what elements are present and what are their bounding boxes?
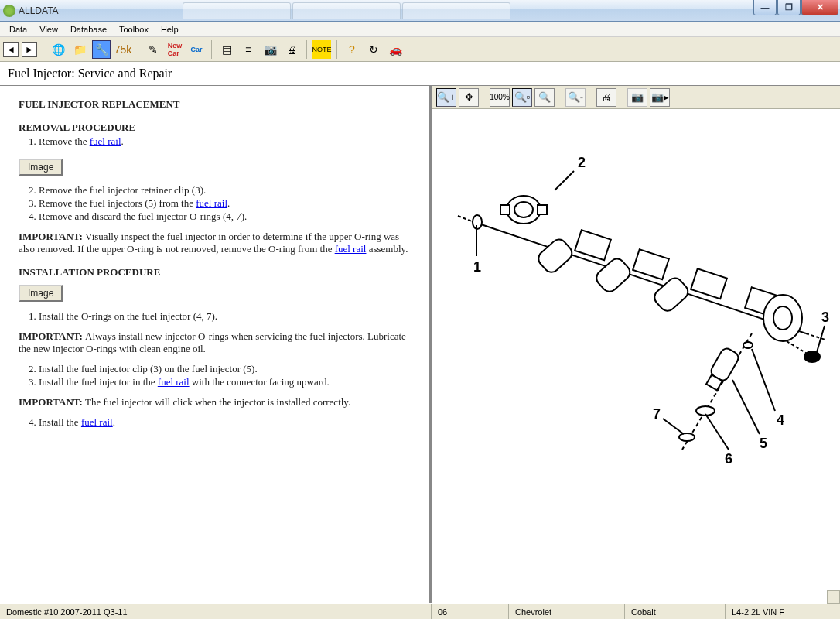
titlebar: ALLDATA — ❐ ✕ [0,0,840,22]
svg-rect-6 [500,205,510,214]
svg-line-29 [732,380,760,434]
svg-line-1 [458,216,472,221]
print-icon[interactable]: 🖨 [282,40,301,59]
svg-point-21 [679,433,695,441]
install-list-2: Install the fuel injector clip (3) on th… [39,363,410,388]
camera-prev-icon: 📷 [627,88,647,107]
svg-rect-12 [691,268,727,299]
statusbar: Domestic #10 2007-2011 Q3-11 06 Chevrole… [0,604,840,619]
diagram-label-2: 2 [578,155,586,170]
status-make: Chevrolet [509,604,625,619]
svg-line-0 [472,221,806,333]
taskbar-tab[interactable] [402,2,510,19]
removal-heading: REMOVAL PROCEDURE [19,121,410,134]
svg-point-5 [514,202,533,217]
svg-rect-10 [633,249,669,279]
new-car-icon[interactable]: NewCar [166,40,184,59]
taskbar-tabs [183,2,510,19]
menu-view[interactable]: View [33,23,64,36]
print-image-icon[interactable]: 🖨 [596,88,616,107]
important-note: IMPORTANT: Visually inspect the fuel inj… [19,231,410,255]
svg-line-26 [555,171,574,190]
svg-line-30 [705,414,729,450]
image-button[interactable]: Image [19,285,63,302]
menu-toolbox[interactable]: Toolbox [113,23,155,36]
install-list-3: Install the fuel rail. [39,416,410,429]
menu-database[interactable]: Database [64,23,113,36]
svg-rect-7 [538,205,547,214]
fuel-rail-link[interactable]: fuel rail [335,243,367,255]
status-model: Cobalt [625,604,726,619]
list-item: Install the O-rings on the fuel injector… [39,310,410,323]
labor-icon[interactable]: 75k [114,40,132,59]
globe-icon[interactable]: 🌐 [49,40,67,59]
diagram-label-3: 3 [821,310,829,325]
removal-list-2: Remove the fuel injector retainer clip (… [39,184,410,223]
image-panel: 🔍+ ✥ 100% 🔍▫ 🔍 🔍- 🖨 📷 📷▸ [432,86,840,603]
zoom-fit-icon[interactable]: 🔍▫ [512,88,532,107]
diagram-label-4: 4 [777,412,784,428]
write-icon[interactable]: ✎ [144,40,162,59]
note-icon[interactable]: NOTE [312,40,331,59]
list-item: Install the fuel injector in the fuel ra… [39,376,410,388]
status-year: 06 [432,604,509,619]
diagram-image: 1 2 3 4 5 6 7 [432,109,840,603]
important-note: IMPORTANT: Always install new injector O… [19,330,410,355]
menubar: Data View Database Toolbox Help [0,22,840,37]
refresh-icon[interactable]: ↻ [364,40,383,59]
fuel-rail-link[interactable]: fuel rail [158,376,190,388]
maximize-button[interactable]: ❐ [777,0,801,15]
zoom-100-icon[interactable]: 100% [490,88,510,107]
pan-icon[interactable]: ✥ [459,88,479,107]
install-list-1: Install the O-rings on the fuel injector… [39,310,410,323]
svg-point-24 [743,342,753,348]
install-heading: INSTALLATION PROCEDURE [19,266,410,279]
close-button[interactable]: ✕ [801,0,838,15]
diagram-label-5: 5 [760,436,767,451]
article-heading: FUEL INJECTOR REPLACEMENT [19,98,410,111]
taskbar-tab[interactable] [292,2,401,19]
list-item: Install the fuel rail. [39,416,410,429]
zoom-out-icon: 🔍- [565,88,586,107]
fuel-rail-link[interactable]: fuel rail [81,416,113,428]
list-item: Remove and discard the fuel injector O-r… [39,210,410,223]
car-diag-icon[interactable]: 🔧 [92,40,111,59]
fuel-rail-link[interactable]: fuel rail [196,197,227,209]
help-icon[interactable]: ? [343,40,361,59]
fuel-injector-diagram: 1 2 3 4 5 6 7 [442,125,829,465]
car-icon[interactable]: Car [187,40,206,59]
forward-button[interactable]: ► [22,42,37,57]
app-title: ALLDATA [19,5,59,16]
svg-rect-11 [593,255,633,294]
svg-line-31 [663,419,684,434]
status-engine: L4-2.2L VIN F [726,604,840,619]
list-icon[interactable]: ▤ [217,40,236,59]
removal-list-1: Remove the fuel rail. [39,135,410,148]
image-button[interactable]: Image [19,159,63,176]
list-item: Remove the fuel injectors (5) from the f… [39,197,410,210]
svg-rect-8 [575,230,611,260]
menu-data[interactable]: Data [3,23,33,36]
status-database: Domestic #10 2007-2011 Q3-11 [0,604,432,619]
important-note: IMPORTANT: The fuel injector will click … [19,396,410,409]
zoom-plus-icon[interactable]: 🔍 [534,88,555,107]
svg-point-16 [773,306,792,330]
lines-icon[interactable]: ≡ [239,40,258,59]
camera-icon[interactable]: 📷 [261,40,279,59]
page-title: Fuel Injector: Service and Repair [0,62,840,86]
main-toolbar: ◄ ► 🌐 📁 🔧 75k ✎ NewCar Car ▤ ≡ 📷 🖨 NOTE … [0,37,840,62]
camera-next-icon[interactable]: 📷▸ [650,88,670,107]
zoom-in-icon[interactable]: 🔍+ [436,88,456,107]
list-item: Install the fuel injector clip (3) on th… [39,363,410,375]
list-item: Remove the fuel injector retainer clip (… [39,184,410,197]
article-panel: FUEL INJECTOR REPLACEMENT REMOVAL PROCED… [0,86,432,603]
back-button[interactable]: ◄ [3,42,19,57]
fuel-rail-link[interactable]: fuel rail [90,135,121,147]
vehicle-info-icon[interactable]: 🚗 [386,40,405,59]
taskbar-tab[interactable] [183,2,291,19]
image-toolbar: 🔍+ ✥ 100% 🔍▫ 🔍 🔍- 🖨 📷 📷▸ [432,86,840,109]
minimize-button[interactable]: — [753,0,777,15]
menu-help[interactable]: Help [155,23,185,36]
svg-rect-13 [651,275,691,313]
folder-icon[interactable]: 📁 [70,40,89,59]
